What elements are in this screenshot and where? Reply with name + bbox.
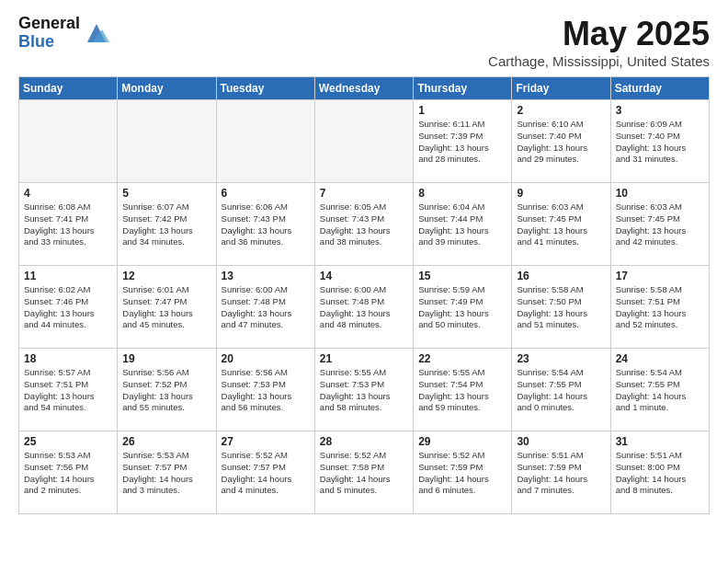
day-number: 5 (122, 187, 210, 200)
day-info: Sunrise: 6:07 AM Sunset: 7:42 PM Dayligh… (122, 201, 210, 248)
day-info: Sunrise: 6:10 AM Sunset: 7:40 PM Dayligh… (517, 119, 605, 166)
calendar-cell: 22Sunrise: 5:55 AM Sunset: 7:54 PM Dayli… (414, 349, 512, 431)
day-info: Sunrise: 5:59 AM Sunset: 7:49 PM Dayligh… (418, 284, 506, 331)
day-number: 23 (517, 352, 605, 365)
day-number: 22 (418, 352, 506, 365)
day-number: 16 (517, 270, 605, 282)
day-number: 18 (24, 352, 112, 365)
day-number: 2 (517, 104, 605, 117)
calendar-body: 1Sunrise: 6:11 AM Sunset: 7:39 PM Daylig… (19, 100, 710, 514)
day-info: Sunrise: 6:04 AM Sunset: 7:44 PM Dayligh… (418, 201, 506, 248)
day-info: Sunrise: 6:11 AM Sunset: 7:39 PM Dayligh… (418, 119, 506, 166)
logo-icon (84, 20, 109, 46)
weekday-saturday: Saturday (610, 77, 709, 100)
calendar-cell: 10Sunrise: 6:03 AM Sunset: 7:45 PM Dayli… (610, 183, 709, 266)
calendar-cell: 26Sunrise: 5:53 AM Sunset: 7:57 PM Dayli… (118, 431, 216, 514)
day-info: Sunrise: 6:02 AM Sunset: 7:46 PM Dayligh… (24, 284, 112, 331)
day-info: Sunrise: 6:01 AM Sunset: 7:47 PM Dayligh… (122, 284, 210, 331)
day-info: Sunrise: 5:52 AM Sunset: 7:59 PM Dayligh… (418, 450, 506, 497)
day-number: 14 (320, 270, 408, 282)
day-info: Sunrise: 6:03 AM Sunset: 7:45 PM Dayligh… (517, 201, 605, 248)
calendar-cell: 7Sunrise: 6:05 AM Sunset: 7:43 PM Daylig… (314, 183, 413, 266)
calendar-week-1: 1Sunrise: 6:11 AM Sunset: 7:39 PM Daylig… (19, 100, 710, 183)
weekday-thursday: Thursday (414, 77, 512, 100)
calendar-cell (314, 100, 413, 183)
calendar-cell: 31Sunrise: 5:51 AM Sunset: 8:00 PM Dayli… (610, 431, 709, 514)
day-info: Sunrise: 5:55 AM Sunset: 7:53 PM Dayligh… (320, 367, 408, 414)
calendar-cell: 16Sunrise: 5:58 AM Sunset: 7:50 PM Dayli… (512, 266, 610, 349)
page-header: General Blue May 2025 Carthage, Mississi… (18, 15, 710, 69)
calendar-cell: 25Sunrise: 5:53 AM Sunset: 7:56 PM Dayli… (19, 431, 118, 514)
logo: General Blue (18, 15, 109, 52)
day-info: Sunrise: 6:08 AM Sunset: 7:41 PM Dayligh… (24, 201, 112, 248)
day-number: 3 (616, 104, 704, 117)
calendar-cell: 13Sunrise: 6:00 AM Sunset: 7:48 PM Dayli… (216, 266, 314, 349)
calendar-cell: 4Sunrise: 6:08 AM Sunset: 7:41 PM Daylig… (19, 183, 118, 266)
day-info: Sunrise: 6:06 AM Sunset: 7:43 PM Dayligh… (222, 201, 310, 248)
day-number: 15 (418, 270, 506, 282)
calendar-cell: 6Sunrise: 6:06 AM Sunset: 7:43 PM Daylig… (216, 183, 314, 266)
day-info: Sunrise: 6:09 AM Sunset: 7:40 PM Dayligh… (616, 119, 704, 166)
location-text: Carthage, Mississippi, United States (488, 53, 710, 69)
day-number: 6 (222, 187, 310, 200)
calendar-cell: 5Sunrise: 6:07 AM Sunset: 7:42 PM Daylig… (118, 183, 216, 266)
calendar-cell: 12Sunrise: 6:01 AM Sunset: 7:47 PM Dayli… (118, 266, 216, 349)
day-info: Sunrise: 5:54 AM Sunset: 7:55 PM Dayligh… (517, 367, 605, 414)
day-info: Sunrise: 5:56 AM Sunset: 7:53 PM Dayligh… (222, 367, 310, 414)
weekday-sunday: Sunday (19, 77, 118, 100)
day-number: 24 (616, 352, 704, 365)
day-number: 12 (122, 270, 210, 282)
day-number: 8 (418, 187, 506, 200)
day-number: 10 (616, 187, 704, 200)
calendar-cell (216, 100, 314, 183)
day-info: Sunrise: 5:51 AM Sunset: 8:00 PM Dayligh… (616, 450, 704, 497)
calendar-cell: 24Sunrise: 5:54 AM Sunset: 7:55 PM Dayli… (610, 349, 709, 431)
day-number: 26 (122, 435, 210, 448)
calendar-cell: 17Sunrise: 5:58 AM Sunset: 7:51 PM Dayli… (610, 266, 709, 349)
day-info: Sunrise: 5:53 AM Sunset: 7:57 PM Dayligh… (122, 450, 210, 497)
calendar-cell: 15Sunrise: 5:59 AM Sunset: 7:49 PM Dayli… (414, 266, 512, 349)
day-number: 11 (24, 270, 112, 282)
calendar-cell: 19Sunrise: 5:56 AM Sunset: 7:52 PM Dayli… (118, 349, 216, 431)
day-info: Sunrise: 5:53 AM Sunset: 7:56 PM Dayligh… (24, 450, 112, 497)
day-info: Sunrise: 5:58 AM Sunset: 7:50 PM Dayligh… (517, 284, 605, 331)
calendar-cell: 1Sunrise: 6:11 AM Sunset: 7:39 PM Daylig… (414, 100, 512, 183)
calendar-cell: 8Sunrise: 6:04 AM Sunset: 7:44 PM Daylig… (414, 183, 512, 266)
day-number: 4 (24, 187, 112, 200)
day-number: 27 (222, 435, 310, 448)
day-number: 1 (418, 104, 506, 117)
day-info: Sunrise: 6:05 AM Sunset: 7:43 PM Dayligh… (320, 201, 408, 248)
calendar-week-5: 25Sunrise: 5:53 AM Sunset: 7:56 PM Dayli… (19, 431, 710, 514)
day-number: 29 (418, 435, 506, 448)
calendar-cell: 28Sunrise: 5:52 AM Sunset: 7:58 PM Dayli… (314, 431, 413, 514)
day-number: 7 (320, 187, 408, 200)
day-number: 30 (517, 435, 605, 448)
calendar-cell: 2Sunrise: 6:10 AM Sunset: 7:40 PM Daylig… (512, 100, 610, 183)
weekday-tuesday: Tuesday (216, 77, 314, 100)
month-title: May 2025 (488, 15, 710, 53)
day-number: 21 (320, 352, 408, 365)
day-number: 20 (222, 352, 310, 365)
day-info: Sunrise: 5:52 AM Sunset: 7:58 PM Dayligh… (320, 450, 408, 497)
day-number: 13 (222, 270, 310, 282)
day-number: 28 (320, 435, 408, 448)
day-number: 25 (24, 435, 112, 448)
day-info: Sunrise: 5:55 AM Sunset: 7:54 PM Dayligh… (418, 367, 506, 414)
calendar-cell: 20Sunrise: 5:56 AM Sunset: 7:53 PM Dayli… (216, 349, 314, 431)
day-info: Sunrise: 5:56 AM Sunset: 7:52 PM Dayligh… (122, 367, 210, 414)
weekday-header-row: SundayMondayTuesdayWednesdayThursdayFrid… (19, 77, 710, 100)
day-info: Sunrise: 6:03 AM Sunset: 7:45 PM Dayligh… (616, 201, 704, 248)
day-info: Sunrise: 6:00 AM Sunset: 7:48 PM Dayligh… (222, 284, 310, 331)
day-info: Sunrise: 5:57 AM Sunset: 7:51 PM Dayligh… (24, 367, 112, 414)
calendar-cell: 21Sunrise: 5:55 AM Sunset: 7:53 PM Dayli… (314, 349, 413, 431)
calendar-cell: 27Sunrise: 5:52 AM Sunset: 7:57 PM Dayli… (216, 431, 314, 514)
calendar-cell: 23Sunrise: 5:54 AM Sunset: 7:55 PM Dayli… (512, 349, 610, 431)
day-number: 31 (616, 435, 704, 448)
weekday-wednesday: Wednesday (314, 77, 413, 100)
calendar-cell: 11Sunrise: 6:02 AM Sunset: 7:46 PM Dayli… (19, 266, 118, 349)
title-area: May 2025 Carthage, Mississippi, United S… (488, 15, 710, 69)
calendar-cell (19, 100, 118, 183)
calendar-cell: 30Sunrise: 5:51 AM Sunset: 7:59 PM Dayli… (512, 431, 610, 514)
calendar-cell: 3Sunrise: 6:09 AM Sunset: 7:40 PM Daylig… (610, 100, 709, 183)
calendar-cell: 29Sunrise: 5:52 AM Sunset: 7:59 PM Dayli… (414, 431, 512, 514)
